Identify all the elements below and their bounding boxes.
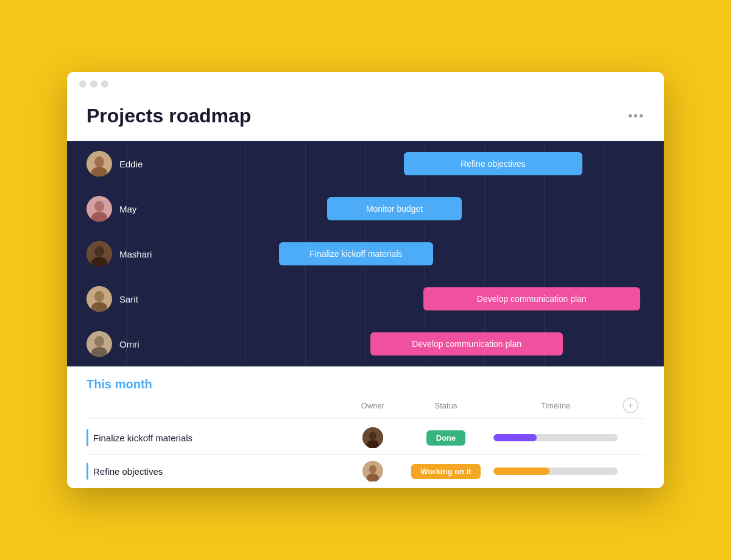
svg-point-19	[369, 465, 376, 474]
traffic-lights	[79, 80, 108, 88]
gantt-bar-mashari[interactable]: Finalize kickoff materials	[279, 242, 433, 265]
page-title: Projects roadmap	[87, 105, 251, 127]
this-month-label: This month	[87, 377, 644, 391]
status-badge-1: Working on it	[411, 464, 481, 479]
col-header-status: Status	[403, 401, 489, 410]
list-column-headers: Owner Status Timeline +	[87, 397, 644, 419]
gantt-row-may: May Monitor budget	[67, 186, 664, 231]
dot-red	[79, 80, 87, 88]
person-info-mashari: Mashari	[67, 241, 183, 267]
person-name-sarit: Sarit	[119, 294, 138, 304]
person-info-eddie: Eddie	[67, 151, 183, 177]
svg-point-4	[94, 201, 104, 212]
svg-point-10	[94, 291, 104, 302]
col-header-timeline: Timeline	[489, 401, 623, 410]
list-item-1: Refine objectives Working on it	[87, 455, 644, 488]
person-info-may: May	[67, 196, 183, 222]
list-item-bar-1	[87, 463, 88, 480]
gantt-row-eddie: Eddie Refine objectives	[67, 141, 664, 186]
avatar-mashari	[87, 241, 112, 267]
gantt-bar-eddie[interactable]: Refine objectives	[404, 152, 582, 175]
list-item-bar-0	[87, 429, 88, 446]
timeline-bar-bg-0	[493, 434, 618, 441]
person-info-sarit: Sarit	[67, 286, 183, 312]
list-item-0: Finalize kickoff materials Done	[87, 421, 644, 455]
gantt-bar-omri[interactable]: Develop communication plan	[370, 332, 563, 355]
more-options-button[interactable]: •••	[628, 109, 644, 123]
list-item-text-1: Refine objectives	[93, 466, 163, 477]
gantt-row-sarit: Sarit Develop communication plan	[67, 276, 664, 321]
gantt-chart: Eddie Refine objectives May Monitor budg…	[67, 141, 664, 366]
list-item-name-0: Finalize kickoff materials	[87, 429, 342, 446]
svg-point-1	[94, 156, 104, 167]
gantt-bar-may[interactable]: Monitor budget	[327, 197, 462, 220]
gantt-bar-area-may: Monitor budget	[183, 196, 664, 222]
gantt-bar-area-sarit: Develop communication plan	[183, 286, 664, 312]
gantt-row-mashari: Mashari Finalize kickoff materials	[67, 231, 664, 276]
svg-point-7	[94, 246, 104, 257]
timeline-bar-fill-0	[493, 434, 537, 441]
person-name-eddie: Eddie	[119, 159, 143, 169]
svg-point-13	[94, 336, 104, 347]
list-status-0: Done	[403, 430, 489, 446]
timeline-bar-fill-1	[493, 467, 549, 475]
title-bar	[67, 72, 664, 94]
list-item-text-0: Finalize kickoff materials	[93, 433, 192, 443]
person-info-omri: Omri	[67, 331, 183, 357]
list-owner-avatar-1	[362, 461, 383, 481]
gantt-bar-area-mashari: Finalize kickoff materials	[183, 241, 664, 267]
avatar-omri	[87, 331, 112, 357]
avatar-sarit	[87, 286, 112, 312]
list-header-row: This month	[87, 377, 644, 391]
dot-green	[101, 80, 108, 88]
header-section: Projects roadmap •••	[67, 94, 664, 141]
person-name-may: May	[119, 204, 136, 214]
list-owner-1	[342, 461, 403, 481]
col-header-owner: Owner	[342, 401, 403, 410]
gantt-bar-sarit[interactable]: Develop communication plan	[423, 287, 640, 310]
list-timeline-1	[489, 467, 623, 475]
timeline-bar-bg-1	[493, 467, 618, 475]
person-name-mashari: Mashari	[119, 249, 152, 259]
gantt-bar-area-omri: Develop communication plan	[183, 331, 664, 357]
list-section: This month Owner Status Timeline + Final…	[67, 366, 664, 488]
avatar-may	[87, 196, 112, 222]
gantt-row-omri: Omri Develop communication plan	[67, 321, 664, 366]
add-column-button[interactable]: +	[623, 397, 638, 413]
main-window: Projects roadmap ••• Eddie	[67, 72, 664, 488]
list-item-name-1: Refine objectives	[87, 463, 342, 480]
svg-point-16	[369, 432, 376, 440]
gantt-bar-area-eddie: Refine objectives	[183, 151, 664, 177]
list-status-1: Working on it	[403, 464, 489, 479]
dot-yellow	[90, 80, 97, 88]
list-timeline-0	[489, 434, 623, 441]
status-badge-0: Done	[426, 430, 466, 446]
person-name-omri: Omri	[119, 339, 139, 349]
list-owner-0	[342, 427, 403, 448]
avatar-eddie	[87, 151, 112, 177]
list-owner-avatar-0	[362, 427, 383, 448]
